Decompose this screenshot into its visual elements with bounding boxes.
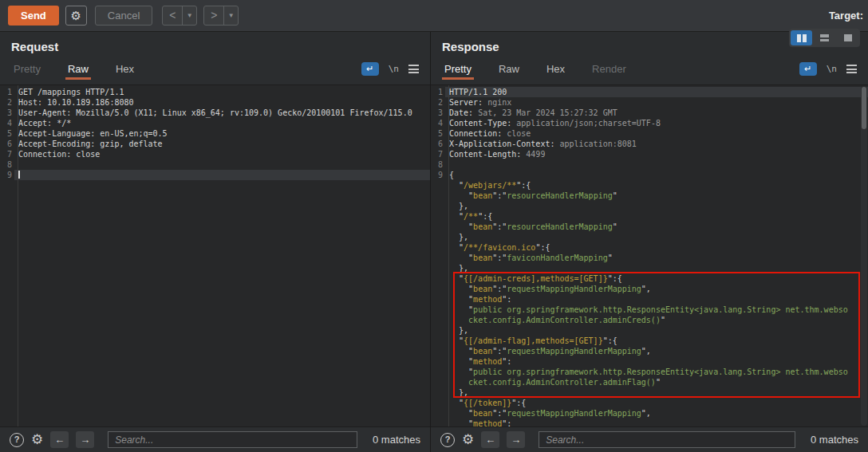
request-title: Request [11, 40, 419, 53]
search-help-icon[interactable]: ? [10, 433, 24, 447]
code-line: 7Content-Length: 4499 [431, 149, 868, 159]
send-button[interactable]: Send [8, 6, 59, 26]
code-line: 8 [0, 159, 430, 170]
line-number [431, 377, 445, 387]
request-search-input[interactable] [108, 431, 357, 448]
response-panel: Response Pretty Raw Hex Render ↵ \n 1HTT… [431, 32, 868, 452]
editor-menu-icon[interactable] [408, 65, 419, 73]
line-number [431, 273, 445, 284]
code-line: "bean":"resourceHandlerMapping" [431, 222, 868, 232]
line-number: 4 [0, 118, 14, 128]
line-number: 8 [0, 159, 14, 170]
line-number [431, 398, 445, 408]
code-line: "bean":"requestMappingHandlerMapping", [431, 346, 868, 356]
layout-columns-icon[interactable] [791, 30, 812, 45]
request-settings-gear-icon[interactable]: ⚙ [65, 6, 87, 26]
request-tabs: Pretty Raw Hex ↵ \n [11, 59, 419, 80]
layout-switcher [789, 29, 860, 47]
search-settings-gear-icon[interactable]: ⚙ [462, 431, 474, 448]
line-number: 4 [431, 118, 445, 128]
code-line: cket.config.AdminController.adminCreds()… [431, 315, 868, 325]
target-label: Target: [829, 10, 865, 22]
code-line: 8 [431, 159, 868, 170]
show-newlines-icon[interactable]: \n [827, 64, 837, 74]
next-request-button[interactable]: > ▼ [203, 6, 239, 26]
code-line: "public org.springframework.http.Respons… [431, 367, 868, 377]
response-tab-render[interactable]: Render [590, 63, 629, 80]
response-search-bar: ? ⚙ ← → 0 matches [431, 426, 868, 452]
word-wrap-icon[interactable]: ↵ [799, 62, 817, 76]
line-number [431, 367, 445, 377]
search-settings-gear-icon[interactable]: ⚙ [31, 431, 43, 448]
response-tab-pretty[interactable]: Pretty [442, 63, 474, 80]
code-line: cket.config.AdminController.adminFlag()" [431, 377, 868, 387]
previous-request-button[interactable]: < ▼ [162, 6, 197, 26]
repeater-toolbar: Send ⚙ Cancel < ▼ > ▼ Target: [0, 0, 868, 32]
next-arrow-icon[interactable]: > [204, 6, 224, 25]
line-number [431, 336, 445, 346]
code-line: 6X-Application-Context: application:8081 [431, 139, 868, 149]
request-panel: Request Pretty Raw Hex ↵ \n 1GET /mappin… [0, 32, 431, 452]
line-number [431, 232, 445, 242]
editor-menu-icon[interactable] [846, 65, 857, 73]
line-number: 1 [0, 87, 14, 97]
search-next-icon[interactable]: → [76, 431, 94, 448]
line-number [431, 346, 445, 356]
search-previous-icon[interactable]: ← [481, 431, 499, 448]
line-number: 8 [431, 159, 445, 170]
line-number [431, 408, 445, 419]
code-line: "{[/admin-creds],methods=[GET]}":{ [431, 273, 868, 284]
request-tab-hex[interactable]: Hex [113, 63, 136, 80]
response-panel-header: Response Pretty Raw Hex Render ↵ \n [431, 32, 868, 85]
code-line: 1GET /mappings HTTP/1.1 [0, 87, 430, 97]
layout-single-icon[interactable] [837, 30, 858, 45]
code-line: "bean":"resourceHandlerMapping" [431, 191, 868, 201]
code-line: }, [431, 263, 868, 273]
request-editor[interactable]: 1GET /mappings HTTP/1.12Host: 10.10.189.… [0, 85, 430, 426]
line-number: 9 [0, 170, 14, 180]
line-number [431, 325, 445, 336]
line-number: 7 [431, 149, 445, 159]
line-number [431, 263, 445, 273]
code-line: "{[/admin-flag],methods=[GET]}":{ [431, 336, 868, 346]
code-line: 3User-Agent: Mozilla/5.0 (X11; Linux x86… [0, 108, 430, 118]
search-next-icon[interactable]: → [507, 431, 525, 448]
code-line: 9{ [431, 170, 868, 180]
code-line: 2Host: 10.10.189.186:8080 [0, 97, 430, 108]
line-number [431, 356, 445, 367]
request-tab-raw[interactable]: Raw [65, 63, 91, 80]
response-tab-icons: ↵ \n [799, 62, 857, 80]
line-number: 5 [431, 128, 445, 139]
response-tab-hex[interactable]: Hex [544, 63, 567, 80]
show-newlines-icon[interactable]: \n [389, 64, 399, 74]
code-line: 2Server: nginx [431, 97, 868, 108]
previous-dropdown-icon[interactable]: ▼ [183, 6, 196, 25]
code-line: "/**/favicon.ico":{ [431, 242, 868, 253]
response-search-input[interactable] [539, 431, 795, 448]
response-scrollbar-thumb[interactable] [862, 87, 866, 129]
wrap-glyph-icon: ↵ [804, 64, 811, 74]
next-dropdown-icon[interactable]: ▼ [224, 6, 238, 25]
wrap-glyph-icon: ↵ [366, 64, 373, 74]
response-scrollbar[interactable] [861, 86, 867, 426]
cancel-button[interactable]: Cancel [95, 6, 152, 26]
search-help-icon[interactable]: ? [440, 433, 455, 447]
line-number [431, 211, 445, 222]
previous-arrow-icon[interactable]: < [163, 6, 183, 25]
line-number: 6 [431, 139, 445, 149]
request-tab-pretty[interactable]: Pretty [11, 63, 43, 80]
line-number: 3 [431, 108, 445, 118]
layout-rows-icon[interactable] [814, 30, 835, 45]
line-number: 7 [0, 149, 14, 159]
request-tab-icons: ↵ \n [361, 62, 419, 80]
request-panel-header: Request Pretty Raw Hex ↵ \n [0, 32, 430, 85]
line-number: 1 [431, 87, 445, 97]
response-tab-raw[interactable]: Raw [496, 63, 522, 80]
word-wrap-icon[interactable]: ↵ [361, 62, 379, 76]
response-tabs: Pretty Raw Hex Render ↵ \n [442, 59, 857, 80]
code-line: 3Date: Sat, 23 Mar 2024 15:27:32 GMT [431, 108, 868, 118]
search-previous-icon[interactable]: ← [50, 431, 69, 448]
code-line: "bean":"requestMappingHandlerMapping", [431, 408, 868, 419]
response-editor[interactable]: 1HTTP/1.1 2002Server: nginx3Date: Sat, 2… [431, 85, 868, 426]
line-number: 2 [431, 97, 445, 108]
